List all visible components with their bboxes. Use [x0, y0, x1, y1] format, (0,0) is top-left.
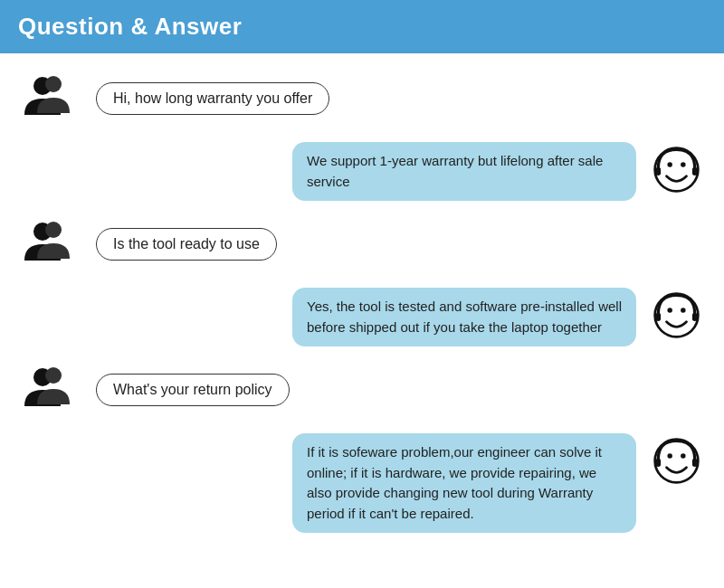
user-row-2: Is the tool ready to use [18, 217, 706, 271]
bubble-support-3: If it is sofeware problem,our engineer c… [292, 433, 636, 533]
svg-rect-19 [656, 458, 662, 466]
svg-point-8 [45, 222, 62, 238]
support-row-2: Yes, the tool is tested and software pre… [18, 288, 706, 346]
support-row-3: If it is sofeware problem,our engineer c… [18, 433, 706, 533]
user-avatar-2 [18, 217, 81, 271]
support-avatar-1 [647, 142, 706, 196]
svg-point-18 [681, 453, 686, 459]
svg-point-1 [45, 76, 62, 92]
bubble-support-2: Yes, the tool is tested and software pre… [292, 288, 636, 346]
svg-point-15 [45, 367, 62, 384]
svg-rect-6 [692, 166, 698, 175]
user-row-1: Hi, how long warranty you offer [18, 71, 706, 126]
svg-rect-20 [692, 458, 698, 466]
svg-point-10 [667, 308, 672, 313]
user-avatar-1 [18, 71, 81, 126]
svg-point-4 [681, 162, 686, 167]
user-row-3: What's your return policy [18, 363, 706, 417]
svg-rect-12 [656, 312, 662, 320]
page-title: Question & Answer [18, 13, 706, 41]
svg-point-11 [681, 308, 686, 313]
bubble-user-2: Is the tool ready to use [96, 228, 277, 261]
page-header: Question & Answer [0, 0, 724, 53]
chat-container: Hi, how long warranty you offer We suppo… [0, 53, 724, 551]
svg-point-17 [667, 453, 672, 459]
bubble-user-3: What's your return policy [96, 374, 290, 406]
svg-point-3 [667, 162, 672, 167]
bubble-support-1: We support 1-year warranty but lifelong … [292, 142, 636, 201]
bubble-user-1: Hi, how long warranty you offer [96, 82, 329, 115]
support-avatar-3 [647, 433, 706, 488]
support-row-1: We support 1-year warranty but lifelong … [18, 142, 706, 201]
svg-rect-13 [692, 312, 698, 320]
support-avatar-2 [647, 288, 706, 342]
svg-rect-5 [656, 166, 662, 175]
user-avatar-3 [18, 363, 81, 417]
